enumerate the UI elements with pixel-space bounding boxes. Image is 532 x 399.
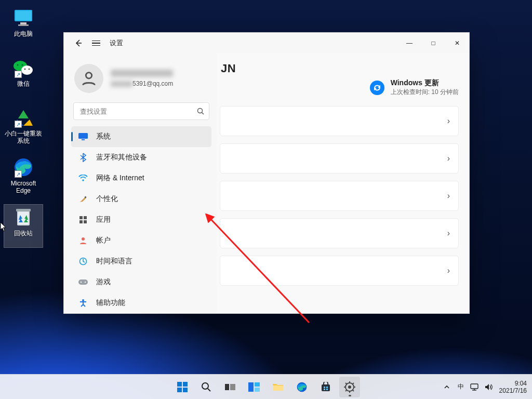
svg-rect-13 <box>16 209 31 211</box>
network-icon <box>470 383 478 391</box>
close-icon: ✕ <box>455 39 460 47</box>
svg-rect-45 <box>322 384 330 391</box>
nav-accessibility[interactable]: 辅助功能 <box>71 292 211 313</box>
account-header[interactable]: 5391@qq.com <box>71 62 211 101</box>
svg-point-5 <box>21 65 33 75</box>
svg-point-29 <box>85 282 86 283</box>
settings-card[interactable]: › <box>220 143 459 174</box>
svg-point-6 <box>17 64 18 65</box>
nav-network[interactable]: 网络 & Internet <box>71 168 211 189</box>
task-view-button[interactable] <box>220 377 241 397</box>
recycle-arrows-icon: ↗ <box>12 107 35 128</box>
settings-search[interactable] <box>73 102 209 120</box>
desktop-icon-recycle-bin[interactable]: 回收站 <box>4 205 43 247</box>
nav-gaming[interactable]: 游戏 <box>71 272 211 292</box>
svg-rect-60 <box>471 384 478 389</box>
nav-label: 蓝牙和其他设备 <box>96 153 147 162</box>
desktop-icon-xiaobai[interactable]: ↗ 小白一键重装系统 <box>4 105 43 148</box>
person-icon <box>78 236 88 245</box>
nav-time-language[interactable]: 时间和语言 <box>71 251 211 272</box>
store-icon <box>321 382 331 392</box>
display-icon <box>78 132 88 141</box>
svg-rect-24 <box>84 220 87 223</box>
settings-card[interactable]: › <box>220 218 459 248</box>
window-minimize-button[interactable]: — <box>397 33 421 54</box>
recycle-bin-icon <box>12 207 35 228</box>
svg-point-19 <box>82 179 84 181</box>
svg-point-28 <box>81 282 82 283</box>
svg-rect-33 <box>183 382 188 387</box>
nav-label: 辅助功能 <box>96 298 125 308</box>
accessibility-icon <box>78 298 88 308</box>
volume-tray-icon[interactable] <box>485 383 493 391</box>
svg-rect-22 <box>84 216 87 219</box>
ime-indicator[interactable]: 中 <box>458 382 464 391</box>
svg-rect-34 <box>177 388 182 392</box>
file-explorer-button[interactable] <box>268 377 288 397</box>
settings-content: JN Windows 更新 上次检查时间: 10 分钟前 › › › › › <box>217 54 469 313</box>
desktop-icon-wechat[interactable]: ↗ 微信 <box>4 55 43 98</box>
wifi-icon <box>78 174 88 183</box>
page-title-fragment: JN <box>221 62 459 75</box>
desktop-icon-label: 回收站 <box>14 230 33 237</box>
clock-time: 9:04 <box>499 380 527 387</box>
settings-card[interactable]: › <box>220 181 459 211</box>
window-maximize-button[interactable]: □ <box>421 33 445 54</box>
svg-point-14 <box>86 73 91 78</box>
titlebar[interactable]: 设置 — □ ✕ <box>64 33 469 54</box>
search-input[interactable] <box>73 102 209 120</box>
tray-overflow-button[interactable] <box>442 383 451 391</box>
svg-rect-41 <box>255 382 260 387</box>
edge-button[interactable] <box>291 377 312 397</box>
svg-rect-18 <box>82 139 85 140</box>
task-view-icon <box>225 383 235 391</box>
desktop-icon-edge[interactable]: ↗ Microsoft Edge <box>4 155 43 197</box>
chevron-right-icon: › <box>447 154 450 163</box>
settings-nav: 系统 蓝牙和其他设备 网络 & Internet 个性化 应用 <box>71 126 211 313</box>
settings-card[interactable]: › <box>220 106 459 136</box>
svg-point-15 <box>198 109 203 113</box>
settings-card[interactable]: › <box>220 256 459 286</box>
nav-apps[interactable]: 应用 <box>71 209 211 230</box>
chevron-right-icon: › <box>447 191 450 201</box>
svg-point-25 <box>82 237 85 241</box>
svg-rect-35 <box>183 388 188 392</box>
network-tray-icon[interactable] <box>470 383 478 391</box>
settings-window: 设置 — □ ✕ 5391@qq.com <box>63 32 470 314</box>
svg-point-51 <box>348 385 351 389</box>
svg-point-36 <box>202 383 208 389</box>
window-close-button[interactable]: ✕ <box>445 33 469 54</box>
store-button[interactable] <box>315 377 336 397</box>
search-icon <box>197 108 204 115</box>
gear-icon <box>344 381 355 393</box>
taskbar-clock[interactable]: 9:04 2021/7/16 <box>499 380 527 394</box>
svg-rect-17 <box>78 133 88 139</box>
account-email: 5391@qq.com <box>111 80 173 87</box>
hamburger-menu-button[interactable] <box>92 41 100 46</box>
svg-line-57 <box>352 390 354 391</box>
nav-label: 时间和语言 <box>96 257 132 266</box>
nav-bluetooth[interactable]: 蓝牙和其他设备 <box>71 147 211 168</box>
taskbar-search-button[interactable] <box>196 377 217 397</box>
system-tray: 中 9:04 2021/7/16 <box>442 380 532 394</box>
bluetooth-icon <box>78 153 88 162</box>
svg-rect-27 <box>78 280 88 285</box>
svg-rect-47 <box>326 387 328 388</box>
nav-label: 应用 <box>96 215 111 224</box>
arrow-left-icon <box>74 39 83 47</box>
widgets-button[interactable] <box>244 377 264 397</box>
svg-point-8 <box>24 69 26 70</box>
windows-update-tile[interactable]: Windows 更新 上次检查时间: 10 分钟前 <box>220 78 459 97</box>
nav-personalization[interactable]: 个性化 <box>71 189 211 209</box>
svg-rect-43 <box>273 385 283 391</box>
desktop-icon-label: 微信 <box>17 80 30 87</box>
nav-accounts[interactable]: 帐户 <box>71 230 211 251</box>
monitor-icon <box>12 7 35 28</box>
clock-date: 2021/7/16 <box>499 387 527 394</box>
settings-taskbar-button[interactable] <box>339 377 360 397</box>
start-button[interactable] <box>172 377 193 397</box>
nav-system[interactable]: 系统 <box>71 126 211 147</box>
back-button[interactable] <box>74 39 83 47</box>
avatar <box>74 64 103 93</box>
desktop-icon-this-pc[interactable]: 此电脑 <box>4 5 43 48</box>
